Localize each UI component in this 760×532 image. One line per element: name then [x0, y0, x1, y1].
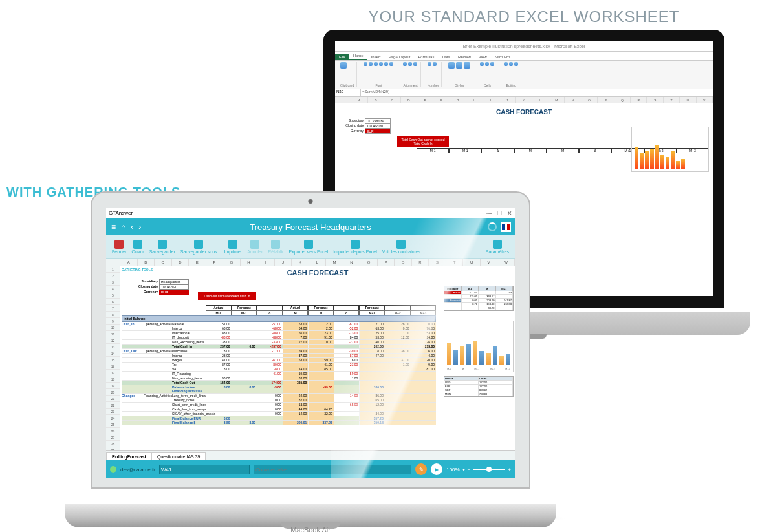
forward-icon[interactable]: ›: [138, 222, 141, 231]
toolbar: FermerOuvrirSauvegarderSauvegarder sousI…: [106, 235, 515, 259]
imprimer-icon: [228, 240, 237, 249]
file-tab[interactable]: File: [335, 54, 349, 60]
merge-icon[interactable]: [413, 62, 417, 66]
number-format-icon[interactable]: [428, 62, 431, 66]
spreadsheet-area: ABCDEFGHIJKLMNOPQRSTUVW 1234567891011121…: [106, 259, 515, 450]
back-icon[interactable]: ‹: [131, 222, 133, 231]
footer-bar: dev@calame.fr ✎ ▶ 100%▾ −+: [106, 460, 515, 478]
forecast-chart: M-1MM+1M+2M+3: [444, 321, 514, 372]
column-headers: ABCDEFGHIJKLMNOPQRSTUV: [335, 97, 713, 103]
import-excel-button[interactable]: Importer depuis Excel: [331, 240, 379, 254]
zoom-slider[interactable]: [473, 469, 505, 470]
tab-questionnaire[interactable]: Questionnaire IAS 39: [151, 452, 206, 460]
warning-box: Total Cash Out cannot exceed Total Cash …: [397, 136, 449, 147]
tab-insert[interactable]: Insert: [367, 54, 385, 60]
heading-excel: YOUR STANDARD EXCEL WORKSHEET: [298, 8, 750, 26]
border-icon[interactable]: [379, 62, 383, 66]
gt-laptop: GTAnswer — ☐ ✕ ≡ ⌂ ‹ › Treasury Forecast…: [65, 191, 556, 515]
home-icon[interactable]: ⌂: [121, 222, 125, 231]
close-icon[interactable]: ✕: [507, 210, 512, 217]
warning-box: Cash out cannot exceed cash in: [198, 292, 256, 300]
imprimer-button[interactable]: Imprimer: [223, 240, 244, 254]
name-box[interactable]: N30: [335, 89, 361, 96]
menu-icon[interactable]: ≡: [111, 222, 116, 231]
zoom-control[interactable]: 100%▾ −+: [446, 467, 511, 473]
formula-input[interactable]: =SumM24:N29): [361, 89, 713, 96]
fill-icon[interactable]: [384, 62, 388, 66]
retablir-icon: [271, 240, 280, 249]
row-headers: 1234567891011121314151617181920212223242…: [106, 266, 120, 450]
fermer-button[interactable]: Fermer: [110, 240, 129, 254]
annuler-icon: [250, 240, 259, 249]
play-button[interactable]: ▶: [431, 463, 442, 475]
underline-icon[interactable]: [374, 62, 378, 66]
bold-icon[interactable]: [364, 62, 367, 66]
ouvrir-icon: [133, 240, 142, 249]
page-title: Treasury Forecast Headquarters: [106, 222, 515, 232]
section-initial-balance: Initial Balance: [122, 315, 436, 322]
align-icon[interactable]: [403, 62, 407, 66]
parametres-icon: [493, 240, 502, 249]
lang-fr-button[interactable]: [501, 222, 511, 232]
ribbon-tabs: File Home Insert Page Layout Formulas Da…: [335, 52, 713, 61]
import-excel-icon: [351, 240, 360, 249]
ouvrir-button[interactable]: Ouvrir: [130, 240, 146, 254]
device-panel: DeviceCours USD1.0500EUR1.0000GBP0.8462M…: [444, 376, 514, 397]
export-excel-button[interactable]: Exporter vers Excel: [287, 240, 330, 254]
tab-pagelayout[interactable]: Page Layout: [385, 54, 415, 60]
user-email: dev@calame.fr: [120, 467, 155, 473]
sauvegarder-sous-icon: [194, 240, 203, 249]
cond-format-icon[interactable]: [448, 62, 455, 69]
tab-view[interactable]: View: [475, 54, 491, 60]
sheet-title: CASH FORECAST: [122, 269, 514, 277]
wrap-icon[interactable]: [408, 62, 412, 66]
column-headers: ABCDEFGHIJKLMNOPQRSTUVW: [106, 259, 515, 266]
find-icon[interactable]: [514, 62, 518, 66]
contraintes-icon: [396, 240, 406, 249]
comment-input[interactable]: [254, 465, 411, 474]
sauvegarder-icon: [158, 240, 167, 249]
sauvegarder-button[interactable]: Sauvegarder: [147, 240, 177, 254]
paste-icon[interactable]: [340, 62, 347, 69]
retablir-button[interactable]: Rétablir: [266, 240, 285, 254]
fermer-icon: [114, 240, 124, 249]
sum-icon[interactable]: [504, 62, 508, 66]
annuler-button[interactable]: Annuler: [245, 240, 265, 254]
font-color-icon[interactable]: [389, 62, 393, 66]
gt-window: GTAnswer — ☐ ✕ ≡ ⌂ ‹ › Treasury Forecast…: [106, 208, 515, 478]
sauvegarder-sous-button[interactable]: Sauvegarder sous: [179, 240, 219, 254]
window-titlebar: GTAnswer — ☐ ✕: [106, 208, 515, 218]
forecast-table: ActualForecastActualForecastForecast M-1…: [122, 305, 436, 425]
tab-home[interactable]: Home: [349, 52, 367, 60]
tab-nitro[interactable]: Nitro Pro: [491, 54, 514, 60]
window-titlebar: Brief Example illustration spreadsheets.…: [335, 41, 713, 52]
tab-rollingforecast[interactable]: RollingForecast: [106, 452, 152, 460]
sheet-title: CASH FORECAST: [339, 109, 709, 116]
format-icon[interactable]: [490, 62, 494, 66]
delete-icon[interactable]: [485, 62, 489, 66]
status-dot-icon: [110, 466, 116, 473]
sheet-tabs: RollingForecast Questionnaire IAS 39: [106, 450, 515, 460]
app-name: GTAnswer: [109, 210, 133, 216]
sort-icon[interactable]: [509, 62, 513, 66]
maximize-icon[interactable]: ☐: [497, 210, 502, 217]
cell-reference-input[interactable]: [159, 465, 250, 474]
sync-icon[interactable]: [488, 222, 497, 231]
gathering-tools-logo: GATHERING TOOLS: [122, 268, 153, 271]
laptop-brand: MacBook Air: [65, 526, 556, 532]
cell-styles-icon[interactable]: [464, 62, 470, 69]
contraintes-button[interactable]: Voir les contraintes: [380, 240, 422, 254]
ribbon-body: Clipboard Font Alignment Number Styles C…: [335, 61, 713, 89]
validate-button[interactable]: ✎: [415, 463, 427, 475]
insert-icon[interactable]: [480, 62, 484, 66]
tab-formulas[interactable]: Formulas: [414, 54, 438, 60]
formula-bar: N30 =SumM24:N29): [335, 89, 713, 97]
minimize-icon[interactable]: —: [486, 210, 492, 217]
italic-icon[interactable]: [369, 62, 373, 66]
parametres-button[interactable]: Paramètres: [484, 240, 511, 254]
percent-icon[interactable]: [433, 62, 437, 66]
format-table-icon[interactable]: [456, 62, 462, 69]
indicator-panel: IndicatorM-1MM+1 Actual617.60333415.0033…: [444, 286, 514, 311]
tab-review[interactable]: Review: [454, 54, 475, 60]
tab-data[interactable]: Data: [438, 54, 454, 60]
